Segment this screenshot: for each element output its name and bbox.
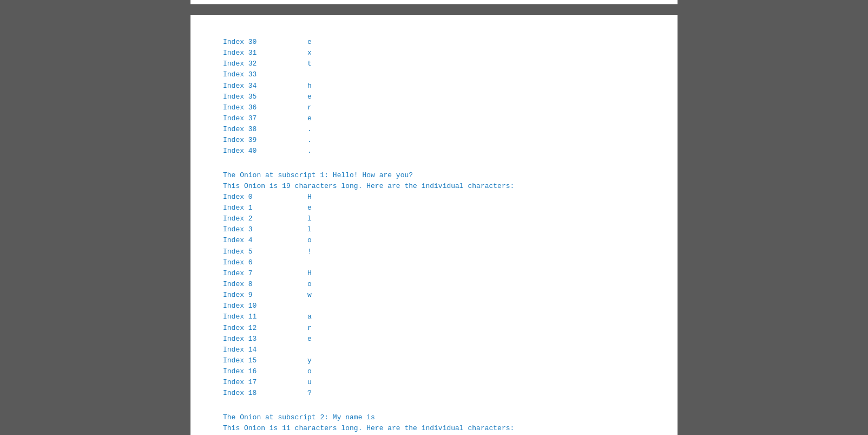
header-indices-text: Index 30 e Index 31 x Index 32 t Index 3… — [223, 37, 645, 157]
subscript2-onion-line: The Onion at subscript 2: My name is — [223, 412, 645, 423]
subscript1-block: The Onion at subscript 1: Hello! How are… — [223, 170, 645, 399]
subscript1-indices-text: Index 0 H Index 1 e Index 2 l Index 3 l … — [223, 192, 645, 399]
header-indices-block: Index 30 e Index 31 x Index 32 t Index 3… — [223, 37, 645, 157]
subscript1-length-line: This Onion is 19 characters long. Here a… — [223, 181, 645, 192]
page: Index 30 e Index 31 x Index 32 t Index 3… — [190, 15, 678, 435]
top-border — [190, 0, 678, 4]
subscript2-length-line: This Onion is 11 characters long. Here a… — [223, 423, 645, 434]
subscript2-block: The Onion at subscript 2: My name is Thi… — [223, 412, 645, 434]
subscript1-onion-line: The Onion at subscript 1: Hello! How are… — [223, 170, 645, 181]
